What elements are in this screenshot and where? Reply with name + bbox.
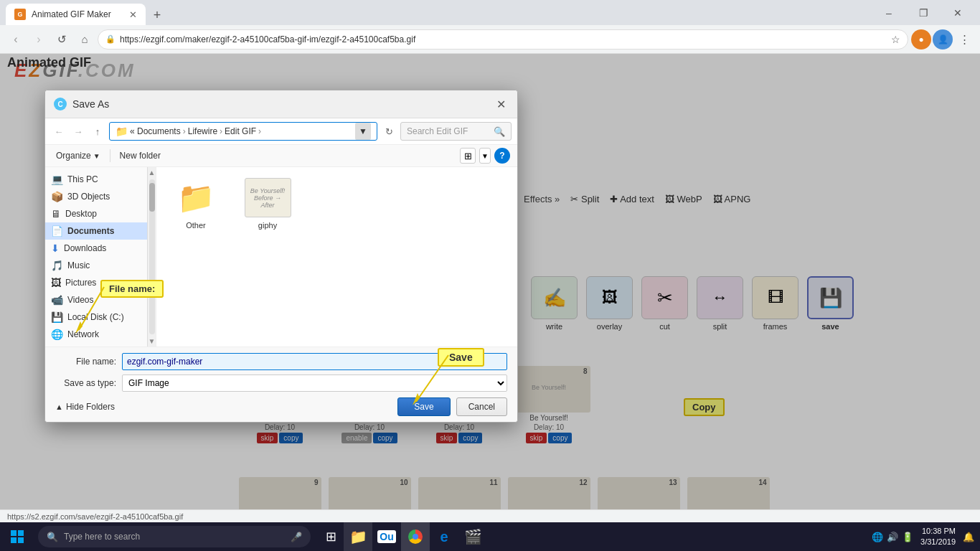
dialog-favicon: C bbox=[54, 98, 67, 110]
nav-item-documents[interactable]: 📄 Documents bbox=[45, 222, 147, 240]
forward-button[interactable]: › bbox=[29, 29, 49, 50]
taskbar-search-text: Type here to search bbox=[64, 532, 140, 542]
scroll-thumb[interactable] bbox=[149, 183, 155, 212]
taskbar-search-icon: 🔍 bbox=[47, 532, 58, 542]
svg-rect-7 bbox=[18, 537, 24, 543]
taskbar-icons: ⊞ 📁 Ou e 🎬 bbox=[318, 522, 487, 551]
svg-rect-4 bbox=[11, 530, 17, 536]
tab-title: Animated GIF Maker bbox=[32, 9, 111, 19]
taskbar-outlook[interactable]: Ou bbox=[372, 522, 401, 551]
home-button[interactable]: ⌂ bbox=[75, 29, 95, 50]
file-icon-giphy: Be Yourself!Before → After bbox=[245, 178, 291, 217]
toolbar-separator bbox=[110, 149, 110, 162]
filename-callout-box: File name: bbox=[100, 280, 164, 298]
help-button[interactable]: ? bbox=[494, 148, 510, 164]
dialog-body: 💻 This PC 📦 3D Objects 🖥 Desktop 📄 bbox=[45, 167, 517, 347]
dialog-forward-btn[interactable]: → bbox=[70, 123, 86, 139]
svg-marker-1 bbox=[75, 321, 83, 334]
taskbar-clock: 10:38 PM 3/31/2019 bbox=[917, 526, 959, 548]
start-button[interactable] bbox=[0, 522, 34, 551]
taskbar-edge[interactable]: e bbox=[430, 522, 458, 551]
taskbar-search[interactable]: 🔍 Type here to search 🎤 bbox=[38, 526, 311, 547]
browser-tab[interactable]: G Animated GIF Maker ✕ bbox=[6, 4, 146, 25]
address-bar[interactable]: 🔒 https://ezgif.com/maker/ezgif-2-a45100… bbox=[98, 29, 908, 50]
save-callout-arrow bbox=[409, 352, 452, 409]
notification-icon[interactable]: 🔔 bbox=[963, 532, 974, 542]
scroll-down-arrow[interactable]: ▼ bbox=[149, 337, 156, 345]
view-button[interactable]: ⊞ bbox=[460, 148, 476, 164]
svg-line-0 bbox=[79, 287, 104, 330]
nav-item-3d-objects[interactable]: 📦 3D Objects bbox=[45, 188, 147, 205]
organize-button[interactable]: Organize ▼ bbox=[52, 149, 104, 162]
address-text: https://ezgif.com/maker/ezgif-2-a45100ca… bbox=[120, 34, 887, 44]
back-button[interactable]: ‹ bbox=[6, 29, 26, 50]
volume-icon[interactable]: 🔊 bbox=[887, 532, 898, 542]
lock-icon: 🔒 bbox=[105, 34, 116, 44]
dialog-up-btn[interactable]: ↑ bbox=[90, 123, 105, 139]
file-label-giphy: giphy bbox=[258, 221, 277, 230]
nav-item-desktop[interactable]: 🖥 Desktop bbox=[45, 205, 147, 222]
status-bar: https://s2.ezgif.com/save/ezgif-2-a45100… bbox=[0, 509, 980, 522]
file-name-label: File name: bbox=[55, 357, 116, 367]
maximize-button[interactable]: ❐ bbox=[907, 4, 940, 22]
hide-folders-toggle[interactable]: ▲ Hide Folders bbox=[55, 402, 115, 412]
file-label-other: Other bbox=[186, 221, 206, 230]
bookmark-icon[interactable]: ☆ bbox=[891, 34, 900, 45]
tab-close-icon[interactable]: ✕ bbox=[129, 9, 137, 20]
taskbar-right-area: 🌐 🔊 🔋 10:38 PM 3/31/2019 🔔 bbox=[872, 526, 980, 548]
dialog-title-label: Save As bbox=[72, 98, 109, 110]
dialog-titlebar: C Save As ✕ bbox=[45, 90, 517, 118]
taskbar-task-view[interactable]: ⊞ bbox=[318, 522, 344, 551]
taskbar-chrome[interactable] bbox=[401, 522, 430, 551]
nav-item-downloads[interactable]: ⬇ Downloads bbox=[45, 240, 147, 257]
scroll-track bbox=[149, 179, 155, 334]
view-dropdown-btn[interactable]: ▼ bbox=[479, 148, 491, 164]
network-icon[interactable]: 🌐 bbox=[872, 532, 883, 542]
dialog-toolbar: Organize ▼ New folder ⊞ ▼ ? bbox=[45, 145, 517, 167]
windows-icon bbox=[10, 529, 24, 544]
minimize-button[interactable]: – bbox=[872, 4, 905, 22]
profile-icon[interactable]: 👤 bbox=[933, 29, 953, 50]
breadcrumb-folder-icon: 📁 bbox=[116, 126, 128, 137]
battery-icon[interactable]: 🔋 bbox=[902, 532, 913, 542]
dialog-search-box[interactable]: Search Edit GIF 🔍 bbox=[400, 122, 512, 141]
refresh-button[interactable]: ↺ bbox=[52, 29, 72, 50]
taskbar-app6[interactable]: 🎬 bbox=[458, 522, 487, 551]
breadcrumb-lifewire: Lifewire bbox=[188, 126, 217, 136]
breadcrumb-dropdown-btn[interactable]: ▼ bbox=[355, 123, 371, 140]
svg-line-2 bbox=[416, 355, 448, 402]
svg-rect-5 bbox=[18, 530, 24, 536]
dialog-search-icon: 🔍 bbox=[494, 126, 505, 137]
dialog-search-text: Search Edit GIF bbox=[407, 126, 491, 136]
folder-icon-other: 📁 bbox=[173, 178, 220, 217]
close-button[interactable]: ✕ bbox=[941, 4, 974, 22]
nav-item-this-pc[interactable]: 💻 This PC bbox=[45, 171, 147, 188]
taskbar: 🔍 Type here to search 🎤 ⊞ 📁 Ou e bbox=[0, 522, 980, 551]
scroll-up-arrow[interactable]: ▲ bbox=[149, 169, 156, 176]
svg-rect-6 bbox=[11, 537, 17, 543]
taskbar-file-explorer[interactable]: 📁 bbox=[344, 522, 372, 551]
nav-item-music[interactable]: 🎵 Music bbox=[45, 257, 147, 274]
file-item-giphy[interactable]: Be Yourself!Before → After giphy bbox=[239, 178, 296, 230]
menu-icon[interactable]: ⋮ bbox=[954, 29, 974, 50]
tab-favicon: G bbox=[14, 9, 26, 20]
file-item-other[interactable]: 📁 Other bbox=[167, 178, 225, 230]
status-url: https://s2.ezgif.com/save/ezgif-2-a45100… bbox=[7, 512, 183, 521]
svg-marker-3 bbox=[413, 393, 420, 405]
dialog-nav-bar: ← → ↑ 📁 « Documents › Lifewire › Edit GI… bbox=[45, 118, 517, 145]
dialog-back-btn[interactable]: ← bbox=[51, 123, 67, 139]
dialog-refresh-btn[interactable]: ↻ bbox=[381, 123, 397, 139]
extensions-icon[interactable]: ● bbox=[911, 29, 931, 50]
dialog-right-panel: 📁 Other Be Yourself!Before → After giphy bbox=[156, 167, 517, 347]
filename-callout-arrow bbox=[72, 280, 108, 337]
dialog-close-button[interactable]: ✕ bbox=[493, 96, 509, 112]
new-tab-button[interactable]: + bbox=[147, 5, 167, 25]
breadcrumb-edit-gif: Edit GIF bbox=[225, 126, 256, 136]
breadcrumb-bar[interactable]: 📁 « Documents › Lifewire › Edit GIF › ▼ bbox=[109, 122, 377, 141]
new-folder-button[interactable]: New folder bbox=[116, 149, 164, 162]
save-as-type-label: Save as type: bbox=[55, 378, 116, 388]
left-panel-scrollbar[interactable]: ▲ ▼ bbox=[147, 167, 156, 347]
breadcrumb-docs: « Documents bbox=[130, 126, 181, 136]
taskbar-mic-icon[interactable]: 🎤 bbox=[291, 532, 302, 542]
cancel-dialog-button[interactable]: Cancel bbox=[456, 397, 507, 416]
